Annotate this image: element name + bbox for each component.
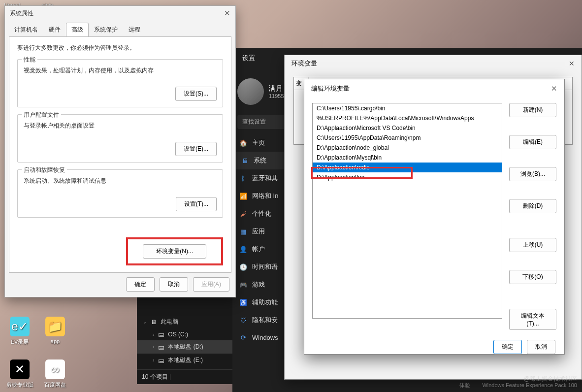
red-highlight-envvar: 环境变量(N)... [126, 237, 223, 265]
user-profile-group: 用户配置文件 与登录帐户相关的桌面设置 设置(E)... [17, 114, 223, 163]
move-down-button[interactable]: 下移(O) [509, 270, 556, 284]
nav-icon: ⟳ [239, 333, 247, 341]
nav-icon: 🏠 [239, 139, 247, 147]
app-icon: e✓ [10, 317, 30, 336]
path-entry[interactable]: D:\Applaaction\Mysql\bin [313, 153, 502, 163]
chevron-right-icon: › [153, 332, 154, 337]
nav-icon: 👤 [239, 245, 247, 253]
nav-icon: 🛡 [239, 316, 247, 324]
drive-icon: 🖴 [158, 331, 164, 338]
close-icon[interactable]: ✕ [569, 60, 575, 67]
close-icon[interactable]: ✕ [224, 9, 230, 18]
nav-icon: 🖌 [239, 210, 247, 218]
sysprops-cancel-button[interactable]: 取消 [160, 277, 188, 292]
app-icon: 📁 [45, 317, 65, 336]
nav-icon: ▦ [239, 228, 247, 235]
sysprops-ok-button[interactable]: 确定 [126, 277, 155, 292]
nav-label: 个性化 [252, 209, 271, 218]
tree-this-pc[interactable]: ⌄ 🖥 此电脑 [137, 315, 235, 328]
path-entry[interactable]: C:\Users\11955\AppData\Roaming\npm [313, 133, 502, 143]
sysprops-tab[interactable]: 远程 [123, 23, 146, 37]
path-entry[interactable]: D:\Applaaction\Microsoft VS Code\bin [313, 123, 502, 133]
editenv-ok-button[interactable]: 确定 [493, 340, 522, 354]
profile-name: 满月 [269, 84, 284, 93]
drive-item[interactable]: ›🖴本地磁盘 (D:) [137, 340, 235, 354]
edit-env-variable-dialog[interactable]: 编辑环境变量 ✕ C:\Users\11955\.cargo\bin%USERP… [304, 79, 565, 355]
nav-label: 辅助功能 [252, 298, 278, 307]
edit-text-button[interactable]: 编辑文本(T)... [509, 309, 556, 330]
sysprops-tabs: 计算机名硬件高级系统保护远程 [5, 21, 235, 37]
nav-label: 游戏 [252, 280, 265, 289]
icon-label: app [40, 338, 70, 344]
move-up-button[interactable]: 上移(U) [509, 238, 556, 252]
nav-icon: 🖥 [241, 157, 249, 164]
nav-label: 系统 [254, 156, 266, 165]
nav-label: Windows [252, 334, 278, 341]
drive-icon: 🖴 [158, 344, 164, 351]
icon-label: 剪映专业版 [5, 381, 34, 389]
admin-notice: 要进行大多数更改，你必须作为管理员登录。 [17, 44, 223, 52]
nav-label: 主页 [252, 138, 265, 147]
startup-settings-button[interactable]: 设置(T)... [176, 197, 217, 211]
app-icon: ✕ [10, 359, 30, 379]
env-variables-button[interactable]: 环境变量(N)... [143, 244, 206, 259]
nav-label: 隐私和安 [252, 316, 278, 325]
sysprops-tab[interactable]: 高级 [66, 23, 89, 37]
envvar-title: 环境变量 [291, 59, 317, 68]
desktop-icon[interactable]: e✓EV录屏 [5, 317, 34, 346]
path-entry[interactable]: D:\Applaaction\lua [313, 172, 502, 182]
path-entry[interactable]: D:\Applaaction\node_global [313, 143, 502, 153]
path-entry[interactable]: %USERPROFILE%\AppData\Local\Microsoft\Wi… [313, 113, 502, 123]
chevron-down-icon: ⌄ [143, 319, 147, 325]
perf-settings-button[interactable]: 设置(S)... [175, 87, 217, 101]
explorer-status-bar: 10 个项目 | [137, 369, 235, 384]
drive-item[interactable]: ›🖴OS (C:) [137, 328, 235, 340]
drive-item[interactable]: ›🖴本地磁盘 (E:) [137, 354, 235, 367]
desktop-icon[interactable]: ✕剪映专业版 [5, 359, 34, 389]
profile-settings-button[interactable]: 设置(E)... [175, 142, 217, 156]
browse-button[interactable]: 浏览(B)... [509, 167, 556, 181]
sysprops-tab[interactable]: 硬件 [43, 23, 66, 37]
nav-icon: ♿ [239, 298, 247, 306]
app-icon: ∞ [45, 359, 65, 379]
nav-label: 网络和 In [252, 192, 278, 200]
icon-label: 百度网盘 [40, 381, 70, 389]
watermark: @稀土掘金技术社区 [524, 375, 577, 383]
drive-icon: 🖴 [158, 357, 164, 364]
path-entries-listbox[interactable]: C:\Users\11955\.cargo\bin%USERPROFILE%\A… [312, 103, 502, 319]
chevron-right-icon: › [153, 358, 154, 363]
nav-icon: 📶 [239, 192, 247, 200]
nav-icon: 🎮 [239, 281, 247, 289]
system-properties-dialog[interactable]: 系统属性 ✕ 计算机名硬件高级系统保护远程 要进行大多数更改，你必须作为管理员登… [4, 5, 236, 297]
sysprops-tab[interactable]: 计算机名 [9, 23, 43, 37]
desktop-icon[interactable]: 📁app [40, 317, 70, 344]
path-entry[interactable]: C:\Users\11955\.cargo\bin [313, 103, 502, 113]
sysprops-tab[interactable]: 系统保护 [89, 23, 123, 37]
path-entry[interactable]: D:\Applaaction\redis [313, 163, 502, 172]
editenv-cancel-button[interactable]: 取消 [527, 340, 555, 354]
sysprops-title: 系统属性 [10, 9, 33, 18]
editenv-title: 编辑环境变量 [311, 84, 350, 93]
close-icon[interactable]: ✕ [551, 84, 557, 93]
nav-label: 应用 [252, 227, 265, 236]
delete-button[interactable]: 删除(D) [509, 199, 556, 213]
nav-label: 时间和语 [252, 262, 278, 271]
edit-button[interactable]: 编辑(E) [509, 135, 556, 149]
profile-id: 11955 [269, 93, 284, 99]
nav-label: 蓝牙和其 [252, 174, 278, 183]
nav-label: 帐户 [252, 245, 265, 254]
new-button[interactable]: 新建(N) [509, 103, 556, 117]
sysprops-apply-button[interactable]: 应用(A) [193, 277, 229, 292]
avatar [237, 78, 264, 105]
desktop-icon[interactable]: ∞百度网盘 [40, 359, 70, 389]
icon-label: EV录屏 [5, 338, 34, 346]
pc-icon: 🖥 [151, 319, 157, 326]
startup-recovery-group: 启动和故障恢复 系统启动、系统故障和调试信息 设置(T)... [17, 169, 223, 218]
chevron-right-icon: › [153, 344, 154, 350]
nav-icon: ᛒ [239, 174, 247, 182]
performance-group: 性能 视觉效果，处理器计划，内存使用，以及虚拟内存 设置(S)... [17, 59, 223, 107]
nav-icon: 🕓 [239, 263, 247, 271]
